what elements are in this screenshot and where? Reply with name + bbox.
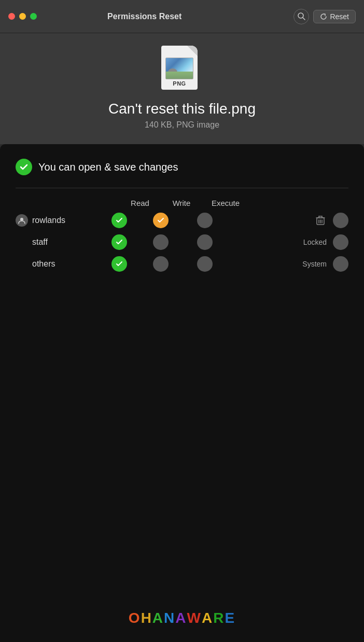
reset-button[interactable]: Reset	[313, 10, 356, 23]
user-name: others	[16, 259, 55, 269]
permissions-header: Read Write Execute	[16, 199, 348, 207]
read-toggle	[111, 234, 127, 250]
write-toggle	[153, 256, 169, 272]
titlebar-actions: Reset	[293, 9, 356, 24]
main-content: You can open & save changes Read Write E…	[0, 144, 364, 642]
user-name: rowlands	[32, 216, 65, 225]
execute-cell[interactable]	[181, 213, 228, 228]
user-name: staff	[16, 238, 48, 247]
status-banner: You can open & save changes	[16, 159, 348, 175]
file-title: Can't reset this file.png	[108, 101, 256, 117]
execute-toggle	[197, 234, 213, 250]
brand-letter-a3: A	[202, 610, 213, 626]
brand-letter-h: H	[141, 610, 152, 626]
window-title: Permissions Reset	[0, 12, 293, 21]
file-info-area: PNG Can't reset this file.png 140 KB, PN…	[0, 33, 364, 144]
col-header-actions	[249, 199, 348, 207]
row-actions	[228, 213, 348, 228]
system-toggle[interactable]	[333, 256, 348, 272]
write-toggle	[153, 234, 169, 250]
status-check-icon	[16, 159, 32, 175]
file-meta: 140 KB, PNG image	[145, 120, 219, 130]
brand-letter-r: R	[213, 610, 225, 626]
col-header-read: Read	[119, 199, 161, 207]
read-cell[interactable]	[99, 234, 140, 250]
write-cell[interactable]	[140, 234, 181, 250]
brand-letter-w: W	[187, 610, 202, 626]
table-row: staff Locked	[16, 234, 348, 250]
read-toggle	[111, 213, 127, 228]
locked-toggle[interactable]	[333, 234, 348, 250]
row-actions: System	[228, 256, 348, 272]
reset-label: Reset	[330, 12, 349, 21]
user-cell: staff	[16, 238, 99, 247]
col-header-execute: Execute	[202, 199, 249, 207]
svg-line-1	[303, 18, 305, 20]
titlebar: Permissions Reset Reset	[0, 0, 364, 33]
brand-logo: O H A N A W A R E	[129, 610, 235, 626]
col-header-user	[36, 199, 119, 207]
brand-letter-a2: A	[175, 610, 187, 626]
row-actions: Locked	[228, 234, 348, 250]
execute-toggle	[197, 256, 213, 272]
write-cell[interactable]	[140, 213, 181, 228]
delete-icon[interactable]	[314, 214, 327, 227]
execute-cell[interactable]	[181, 234, 228, 250]
user-icon	[16, 214, 28, 227]
read-toggle	[111, 256, 127, 272]
user-cell: others	[16, 259, 99, 269]
col-header-write: Write	[161, 199, 202, 207]
table-row: rowlands	[16, 213, 348, 228]
execute-cell[interactable]	[181, 256, 228, 272]
search-icon[interactable]	[293, 9, 309, 24]
file-type-label: PNG	[173, 80, 186, 87]
write-cell[interactable]	[140, 256, 181, 272]
execute-toggle	[197, 213, 213, 228]
brand-letter-e: E	[225, 610, 235, 626]
system-label: System	[302, 260, 327, 268]
row-toggle[interactable]	[333, 213, 348, 228]
write-toggle	[153, 213, 169, 228]
table-row: others System	[16, 256, 348, 272]
read-cell[interactable]	[99, 213, 140, 228]
divider	[16, 188, 348, 188]
brand-letter-a1: A	[152, 610, 164, 626]
user-cell: rowlands	[16, 214, 99, 227]
locked-label: Locked	[303, 238, 327, 246]
brand-letter-o1: O	[129, 610, 141, 626]
brand-letter-n: N	[164, 610, 175, 626]
file-icon: PNG	[161, 46, 203, 92]
read-cell[interactable]	[99, 256, 140, 272]
status-message: You can open & save changes	[38, 161, 178, 173]
svg-point-2	[20, 218, 23, 221]
permissions-table: Read Write Execute rowlands	[16, 199, 348, 278]
